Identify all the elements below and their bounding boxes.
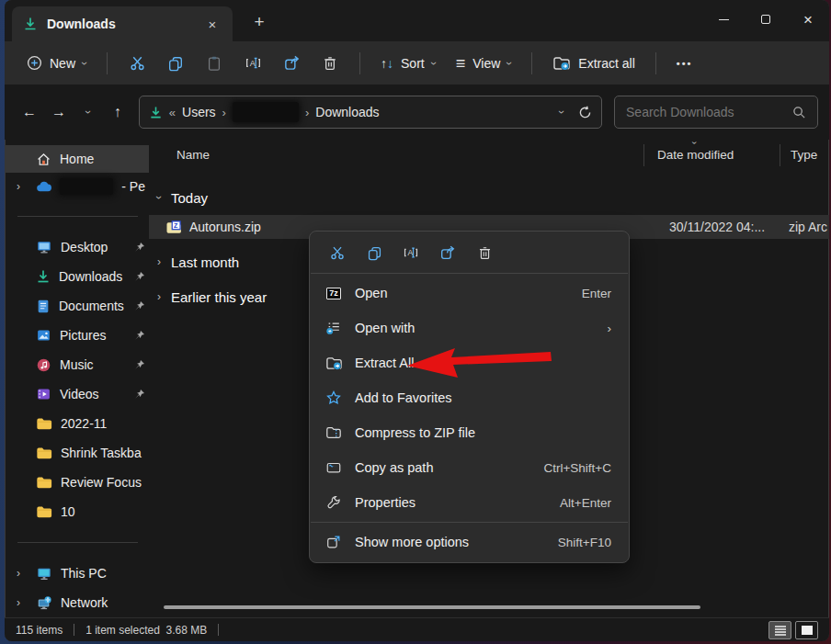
view-icon: ≡ [456,55,466,72]
downloads-icon [149,106,163,119]
up-button[interactable]: ↑ [104,97,131,127]
tab-close-icon[interactable]: × [203,15,222,33]
rename-button[interactable]: A [234,49,271,77]
sort-button[interactable]: ↑↓ Sort › [371,51,445,76]
rename-button[interactable]: A [393,238,429,267]
column-divider[interactable] [643,144,644,166]
share-button[interactable] [273,49,310,77]
menu-item-add-to-favorites[interactable]: Add to Favorites [313,380,626,415]
address-dropdown-icon[interactable]: › [556,110,567,114]
sidebar-item-this-pc[interactable]: › This PC [5,559,149,588]
chevron-down-icon: › [504,62,515,65]
maximize-button[interactable] [745,0,787,39]
close-icon: × [803,12,813,28]
column-header-type[interactable]: Type [791,148,817,162]
menu-item-properties[interactable]: Properties Alt+Enter [313,485,626,520]
refresh-icon[interactable] [578,106,592,119]
expand-chevron-icon[interactable]: › [17,567,20,580]
selection-summary: 1 item selected 3.68 MB [85,624,207,637]
sidebar-item-folder-shrink-taskbar[interactable]: Shrink Taskba [5,438,149,468]
menu-item-open[interactable]: 7z Open Enter [313,276,626,311]
sidebar-item-network[interactable]: › Network [5,588,149,617]
sidebar-item-home[interactable]: Home [5,145,149,173]
cut-button[interactable] [319,238,356,267]
divider [74,624,74,636]
breadcrumb-users[interactable]: Users [182,105,216,119]
new-button[interactable]: New › [17,50,96,76]
search-input[interactable] [626,105,792,119]
details-view-button[interactable] [768,621,791,639]
cut-button[interactable] [119,49,155,77]
copy-button[interactable] [356,238,393,267]
paste-button[interactable] [196,50,233,77]
copy-button[interactable] [157,50,194,77]
column-divider[interactable] [780,144,780,166]
pin-icon [134,242,145,253]
breadcrumb-separator: › [305,106,309,119]
submenu-chevron-icon: › [608,322,612,335]
collapse-chevron-icon[interactable]: › [153,196,165,199]
menu-item-copy-as-path[interactable]: Copy as path Ctrl+Shift+C [313,450,626,485]
minimize-button[interactable] [702,0,745,39]
rename-icon: A [403,244,419,261]
recent-locations-button[interactable]: › [74,97,102,127]
sidebar-item-folder-review-focus[interactable]: Review Focus [5,468,149,497]
sidebar-item-desktop[interactable]: Desktop [5,232,149,262]
sidebar-item-music[interactable]: Music [5,350,149,379]
delete-button[interactable] [466,238,503,267]
breadcrumb-downloads[interactable]: Downloads [315,105,379,119]
address-bar[interactable]: « Users › › Downloads › [139,96,602,129]
thumbnail-view-button[interactable] [795,621,818,639]
close-button[interactable]: × [787,0,829,39]
sidebar-item-onedrive[interactable]: › - Pe [5,173,149,200]
shortcut-hint: Shift+F10 [558,536,611,549]
column-header-date-modified[interactable]: Date modified [657,148,734,162]
downloads-icon [36,269,51,284]
copy-as-path-icon [324,459,344,476]
menu-item-compress-to-zip[interactable]: Compress to ZIP file [313,415,626,450]
group-header-today[interactable]: › Today [149,182,829,213]
copy-icon [167,55,184,72]
divider [107,52,108,74]
sidebar-item-folder-10[interactable]: 10 [5,497,149,526]
horizontal-scrollbar[interactable] [164,605,700,609]
delete-button[interactable] [312,50,348,77]
network-icon [36,595,52,611]
plus-circle-icon [27,55,42,71]
context-menu-quick-actions: A [310,234,629,271]
expand-chevron-icon[interactable]: › [157,290,161,303]
folder-icon [36,504,52,519]
file-date-modified: 30/11/2022 04:... [669,220,765,234]
sidebar-item-downloads[interactable]: Downloads [5,262,149,291]
expand-chevron-icon[interactable]: › [17,180,20,193]
pin-icon [134,359,145,370]
column-header-name[interactable]: Name [176,148,210,162]
see-more-button[interactable]: ••• [667,52,702,74]
share-button[interactable] [429,238,466,267]
expand-chevron-icon[interactable]: › [157,255,161,268]
forward-button[interactable]: → [45,97,73,127]
shortcut-hint: Ctrl+Shift+C [543,461,611,475]
search-box[interactable] [614,96,818,129]
new-tab-button[interactable]: + [247,10,271,34]
extract-all-button[interactable]: Extract all [543,49,643,78]
sidebar-item-videos[interactable]: Videos [5,379,149,409]
sidebar-item-folder-2022-11[interactable]: 2022-11 [5,409,149,438]
pictures-icon [36,328,51,343]
sidebar-item-documents[interactable]: Documents [5,291,149,321]
breadcrumb-user-redacted[interactable] [233,102,299,122]
videos-icon [36,387,51,401]
expand-chevron-icon[interactable]: › [17,596,20,609]
menu-item-open-with[interactable]: Open with › [313,311,626,345]
desktop-icon [36,239,52,255]
7zip-icon: 7z [324,288,344,299]
menu-item-show-more-options[interactable]: Show more options Shift+F10 [313,525,626,559]
pin-icon [134,271,145,282]
breadcrumb-overflow[interactable]: « [169,106,176,119]
sidebar-item-pictures[interactable]: Pictures [5,321,149,350]
view-button[interactable]: ≡ View › [447,50,521,77]
back-button[interactable]: ← [16,97,43,127]
tab-downloads[interactable]: Downloads × [12,6,233,41]
paste-icon [206,55,222,72]
navigation-pane: Home › - Pe Desktop Downloads [5,140,149,617]
